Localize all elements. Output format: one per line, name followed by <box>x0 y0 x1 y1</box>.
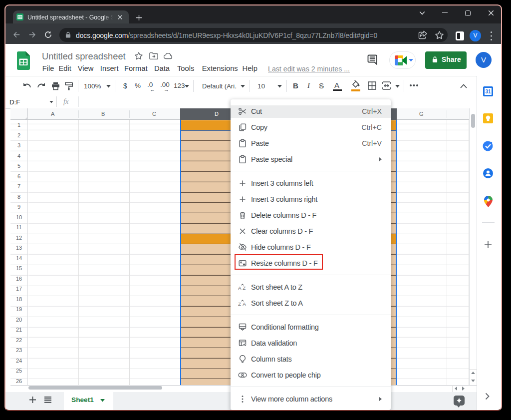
svg-text:A: A <box>243 301 246 307</box>
svg-text:Z: Z <box>238 301 241 307</box>
svg-text:A: A <box>238 285 242 291</box>
svg-text:31: 31 <box>485 89 491 94</box>
svg-text:Z: Z <box>243 285 246 291</box>
